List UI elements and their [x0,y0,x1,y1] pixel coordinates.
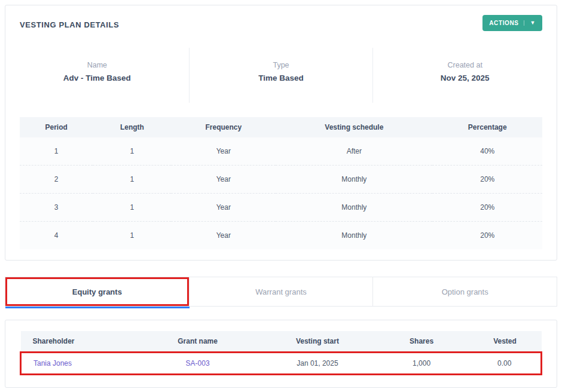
summary-label: Type [190,61,373,69]
grant-cell-shareholder: Tania Jones [21,353,136,375]
page-title: VESTING PLAN DETAILS [20,20,119,29]
schedule-cell: 1 [93,194,171,222]
tab-label: Warrant grants [255,287,307,296]
grant-tabs: Equity grantsWarrant grantsOption grants [5,277,557,307]
column-header-period: Period [20,117,93,137]
schedule-cell: Monthly [276,166,432,194]
summary-value: Time Based [190,74,373,82]
schedule-cell: 2 [20,166,93,194]
schedule-cell: Monthly [276,222,432,250]
schedule-cell: 1 [93,166,171,194]
vesting-schedule-table: PeriodLengthFrequencyVesting schedulePer… [20,117,542,249]
schedule-cell: Year [171,166,276,194]
column-header-percentage: Percentage [432,117,542,137]
grant-cell-grant-name: SA-003 [135,353,260,375]
grants-card: ShareholderGrant nameVesting startShares… [5,320,557,388]
summary-label: Name [5,61,189,69]
tab-equity-grants[interactable]: Equity grants [5,277,190,307]
schedule-cell: 20% [432,194,542,222]
schedule-cell: 1 [93,137,171,166]
summary-field-created-at: Created atNov 25, 2025 [372,48,557,103]
table-header-row: ShareholderGrant nameVesting startShares… [21,331,542,353]
schedule-cell: Year [171,222,276,250]
schedule-cell: Year [171,194,276,222]
table-header-row: PeriodLengthFrequencyVesting schedulePer… [20,117,542,137]
tab-option-grants[interactable]: Option grants [372,277,557,307]
grant-cell-vesting-start: Jan 01, 2025 [260,353,375,375]
schedule-cell: 4 [20,222,93,250]
summary-label: Created at [373,61,557,69]
schedule-row: 21YearMonthly20% [20,166,542,194]
schedule-cell: 40% [432,137,542,166]
summary-field-name: NameAdv - Time Based [5,48,189,103]
schedule-cell: 1 [93,222,171,250]
schedule-cell: 1 [20,137,93,166]
grant-row: Tania JonesSA-003Jan 01, 20251,0000.00 [21,353,542,375]
column-header-grant-name: Grant name [135,331,260,353]
shareholder-link[interactable]: Tania Jones [33,359,72,368]
vesting-plan-card: VESTING PLAN DETAILS ACTIONS ▼ NameAdv -… [5,5,557,261]
column-header-vesting-start: Vesting start [260,331,375,353]
summary-value: Nov 25, 2025 [373,74,557,82]
column-header-shareholder: Shareholder [21,331,136,353]
column-header-length: Length [93,117,171,137]
page: VESTING PLAN DETAILS ACTIONS ▼ NameAdv -… [0,0,562,392]
chevron-down-icon: ▼ [524,20,536,26]
tab-warrant-grants[interactable]: Warrant grants [189,277,374,307]
tab-label: Option grants [442,287,488,296]
column-header-frequency: Frequency [171,117,276,137]
card-header: VESTING PLAN DETAILS ACTIONS ▼ [5,15,557,31]
schedule-cell: 3 [20,194,93,222]
schedule-cell: 20% [432,222,542,250]
summary-value: Adv - Time Based [5,74,189,82]
schedule-row: 41YearMonthly20% [20,222,542,250]
schedule-cell: After [276,137,432,166]
summary-field-type: TypeTime Based [189,48,373,103]
tab-label: Equity grants [72,287,122,296]
grant-cell-shares: 1,000 [375,353,469,375]
plan-summary: NameAdv - Time BasedTypeTime BasedCreate… [5,48,557,103]
grant-cell-vested: 0.00 [469,353,542,375]
schedule-cell: Year [171,137,276,166]
column-header-vesting-schedule: Vesting schedule [276,117,432,137]
schedule-row: 11YearAfter40% [20,137,542,166]
actions-button[interactable]: ACTIONS ▼ [482,15,542,31]
schedule-cell: Monthly [276,194,432,222]
column-header-shares: Shares [375,331,469,353]
grant-name-link[interactable]: SA-003 [186,359,210,368]
schedule-row: 31YearMonthly20% [20,194,542,222]
schedule-cell: 20% [432,166,542,194]
actions-button-label: ACTIONS [489,20,518,26]
column-header-vested: Vested [469,331,542,353]
equity-grants-table: ShareholderGrant nameVesting startShares… [20,331,542,375]
